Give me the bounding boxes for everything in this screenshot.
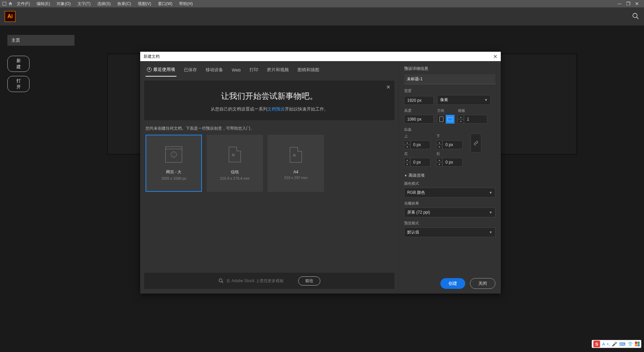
close-icon[interactable]: ✕ bbox=[493, 53, 497, 60]
preview-select[interactable]: 默认值▼ bbox=[404, 227, 495, 237]
chevron-down-icon: ▼ bbox=[489, 211, 492, 214]
category-tabs: 最近使用项 已保存 移动设备 Web 打印 胶片和视频 图稿和插图 bbox=[140, 61, 398, 77]
close-window-icon[interactable]: ✕ bbox=[634, 1, 640, 6]
svg-line-2 bbox=[637, 17, 639, 19]
ime-mic-icon[interactable]: 🎤 bbox=[612, 342, 617, 347]
close-button[interactable]: 关闭 bbox=[470, 278, 495, 289]
menu-select[interactable]: 选择(S) bbox=[95, 0, 113, 7]
height-input[interactable]: 1080 px bbox=[404, 115, 434, 124]
preset-dim: 1920 x 1080 px bbox=[161, 176, 186, 180]
details-title: 预设详细信息 bbox=[404, 66, 495, 72]
minimize-icon[interactable]: ─ bbox=[616, 1, 623, 6]
preset-dim: 210 x 297 mm bbox=[284, 176, 308, 180]
hero-close-icon[interactable]: ✕ bbox=[386, 84, 390, 90]
artboard-input[interactable]: 1 bbox=[464, 115, 487, 124]
svg-line-4 bbox=[222, 281, 223, 283]
search-icon bbox=[218, 278, 224, 283]
bleed-bottom-input[interactable]: 0 px bbox=[442, 140, 463, 149]
menu-edit[interactable]: 编辑(E) bbox=[34, 0, 53, 7]
ime-toolbox-icon[interactable] bbox=[635, 342, 640, 346]
stock-search-input[interactable] bbox=[226, 278, 293, 283]
ime-skin-icon[interactable]: 👕 bbox=[628, 342, 633, 347]
tab-recent[interactable]: 最近使用项 bbox=[146, 64, 176, 77]
dialog-footer: 创建 关闭 bbox=[404, 272, 495, 289]
bleed-bottom-label: 下 bbox=[436, 134, 463, 139]
go-button[interactable]: 前往 bbox=[298, 276, 320, 285]
search-icon[interactable] bbox=[632, 12, 639, 21]
open-button[interactable]: 打开 bbox=[7, 76, 30, 92]
new-button[interactable]: 新建 bbox=[7, 56, 30, 72]
ime-punct-icon[interactable]: •, bbox=[607, 342, 610, 347]
landscape-button[interactable] bbox=[446, 115, 454, 124]
svg-point-3 bbox=[219, 279, 222, 282]
presets-label: 您尚未创建任何文档。下面是一些预设创意，可帮助您入门。 bbox=[146, 126, 393, 131]
preset-web-large[interactable]: 网页 - 大 1920 x 1080 px bbox=[146, 135, 202, 192]
preset-a4[interactable]: Ai A4 210 x 297 mm bbox=[268, 135, 324, 192]
artboard-stepper[interactable]: ▲▼ 1 bbox=[458, 115, 487, 124]
sogou-logo-icon: S bbox=[593, 341, 600, 347]
maximize-icon[interactable]: ❐ bbox=[625, 1, 631, 6]
chevron-down-icon: ▼ bbox=[484, 98, 488, 102]
tab-mobile[interactable]: 移动设备 bbox=[204, 65, 224, 76]
bleed-left-input[interactable]: 0 px bbox=[410, 158, 430, 167]
menu-window[interactable]: 窗口(W) bbox=[155, 0, 175, 7]
unit-select[interactable]: 像素▼ bbox=[437, 95, 491, 105]
link-bleed-icon[interactable] bbox=[471, 134, 481, 152]
preset-letter[interactable]: Ai 信纸 215.9 x 279.4 mm bbox=[207, 135, 263, 192]
bleed-right-input[interactable]: 0 px bbox=[442, 158, 463, 167]
chevron-down-icon: ▼ bbox=[489, 191, 492, 194]
stock-search bbox=[218, 278, 293, 283]
tab-art[interactable]: 图稿和插图 bbox=[296, 65, 321, 76]
bleed-top-label: 上 bbox=[404, 134, 430, 139]
hero-text: 从您自己的文档设置或一系列文档预设开始以快速开始工作。 bbox=[158, 106, 381, 112]
color-mode-select[interactable]: RGB 颜色▼ bbox=[404, 188, 495, 197]
home-tab[interactable]: 主页 bbox=[7, 35, 74, 46]
home-icon[interactable] bbox=[8, 1, 13, 6]
raster-label: 光栅效果 bbox=[404, 201, 495, 206]
tab-web[interactable]: Web bbox=[230, 65, 242, 76]
preset-name: 网页 - 大 bbox=[166, 169, 182, 175]
sidebar: 主页 新建 打开 bbox=[0, 26, 80, 101]
menu-view[interactable]: 视图(V) bbox=[135, 0, 154, 7]
height-label: 高度 bbox=[404, 108, 434, 113]
menu-type[interactable]: 文字(T) bbox=[75, 0, 93, 7]
preview-label: 预览模式 bbox=[404, 221, 495, 226]
raster-select[interactable]: 屏幕 (72 ppi)▼ bbox=[404, 208, 495, 217]
menu-help[interactable]: 帮助(H) bbox=[176, 0, 196, 7]
dialog-title: 新建文档 bbox=[144, 54, 160, 59]
app-icon bbox=[2, 1, 7, 6]
hero-link[interactable]: 文档预设 bbox=[267, 106, 285, 112]
portrait-button[interactable] bbox=[437, 115, 446, 124]
menubar: 文件(F) 编辑(E) 对象(O) 文字(T) 选择(S) 效果(C) 视图(V… bbox=[0, 0, 644, 7]
menu-object[interactable]: 对象(O) bbox=[54, 0, 73, 7]
step-down-icon[interactable]: ▼ bbox=[458, 119, 464, 124]
step-up-icon[interactable]: ▲ bbox=[458, 115, 464, 119]
orientation-label: 方向 bbox=[437, 108, 454, 113]
orientation-toggle bbox=[437, 115, 454, 124]
menu-file[interactable]: 文件(F) bbox=[14, 0, 33, 7]
preset-name: A4 bbox=[293, 170, 299, 174]
create-button[interactable]: 创建 bbox=[440, 278, 465, 289]
presets-grid: 网页 - 大 1920 x 1080 px Ai 信纸 215.9 x 279.… bbox=[140, 135, 398, 192]
ime-lang[interactable]: A bbox=[602, 342, 605, 347]
artboard-label: 画板 bbox=[458, 108, 487, 113]
web-preset-icon bbox=[165, 146, 182, 163]
menu-effect[interactable]: 效果(C) bbox=[115, 0, 134, 7]
tab-film[interactable]: 胶片和视频 bbox=[266, 65, 290, 76]
ime-keyboard-icon[interactable]: ⌨ bbox=[619, 342, 626, 347]
app-header: Ai bbox=[0, 7, 644, 26]
advanced-toggle[interactable]: ▼高级选项 bbox=[404, 173, 495, 178]
tab-saved[interactable]: 已保存 bbox=[182, 65, 198, 76]
tab-print[interactable]: 打印 bbox=[248, 65, 260, 76]
ime-toolbar[interactable]: S A •, 🎤 ⌨ 👕 bbox=[592, 340, 641, 348]
bleed-right-label: 右 bbox=[436, 151, 463, 156]
stock-bar: 前往 bbox=[144, 273, 394, 289]
bleed-left-label: 左 bbox=[404, 151, 430, 156]
doc-name-input[interactable]: 未标题-1 bbox=[404, 74, 495, 84]
bleed-top-input[interactable]: 0 px bbox=[410, 140, 430, 149]
width-input[interactable]: 1920 px bbox=[404, 96, 434, 105]
new-document-dialog: 新建文档 ✕ 最近使用项 已保存 移动设备 Web 打印 胶片和视频 图稿和插图… bbox=[140, 52, 501, 294]
dialog-titlebar: 新建文档 ✕ bbox=[140, 52, 501, 61]
preset-name: 信纸 bbox=[231, 169, 239, 175]
clock-icon bbox=[147, 67, 152, 72]
